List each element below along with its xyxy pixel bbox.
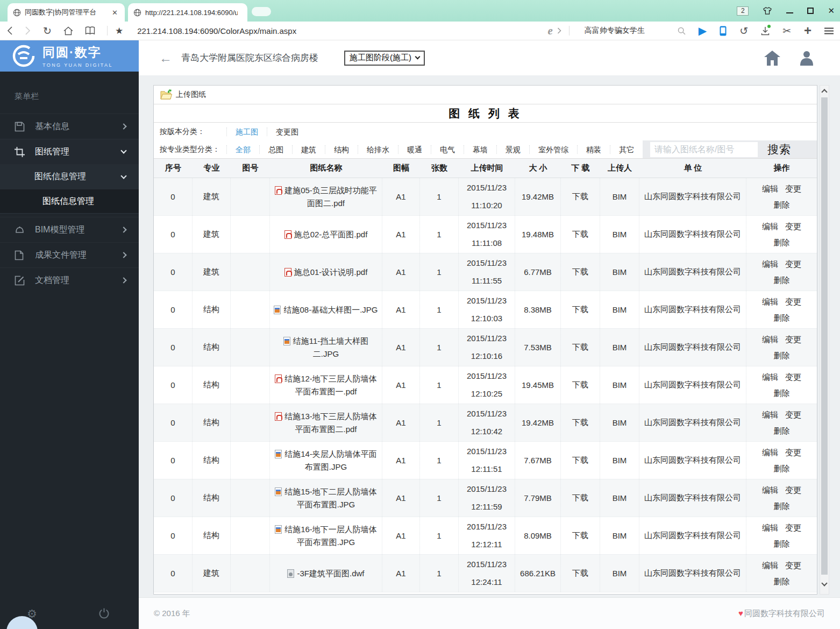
version-tab-construction[interactable]: 施工图	[226, 128, 267, 136]
type-tab-curtainwall[interactable]: 幕墙	[464, 145, 496, 154]
type-tab-all[interactable]: 全部	[226, 145, 259, 154]
undo-icon[interactable]: ↺	[739, 26, 748, 36]
cell-drawing-name[interactable]: 结施08-基础大样图一.JPG	[270, 291, 382, 328]
download-link[interactable]: 下载	[563, 229, 598, 239]
change-link[interactable]: 变更	[785, 256, 801, 272]
download-link[interactable]: 下载	[563, 568, 598, 578]
sidebar-item-drawing-mgmt[interactable]: 图纸管理	[0, 139, 139, 164]
cell-drawing-name[interactable]: 结施16-地下一层人防墙体平面布置图.JPG	[270, 517, 382, 554]
edit-link[interactable]: 编辑	[762, 369, 778, 385]
cell-drawing-name[interactable]: -3F建筑平面图.dwf	[270, 555, 382, 592]
delete-link[interactable]: 删除	[774, 310, 790, 326]
upload-icon[interactable]	[160, 89, 173, 100]
edit-link[interactable]: 编辑	[762, 407, 778, 423]
edit-link[interactable]: 编辑	[762, 444, 778, 461]
quick-search-text[interactable]: 高富帅专骗女学生	[585, 26, 678, 36]
edit-link[interactable]: 编辑	[762, 557, 778, 574]
download-link[interactable]: 下载	[563, 455, 598, 465]
edit-link[interactable]: 编辑	[762, 520, 778, 536]
type-tab-electrical[interactable]: 电气	[431, 145, 464, 154]
scissors-icon[interactable]: ✂	[782, 26, 791, 36]
type-tab-architecture[interactable]: 建筑	[292, 145, 325, 154]
type-tab-general[interactable]: 总图	[259, 145, 292, 154]
type-tab-finishing[interactable]: 精装	[577, 145, 610, 154]
back-arrow-icon[interactable]: ←	[159, 51, 172, 66]
chevron-right-icon[interactable]	[557, 27, 561, 34]
delete-link[interactable]: 删除	[774, 272, 790, 288]
delete-link[interactable]: 删除	[774, 385, 790, 401]
type-tab-structure[interactable]: 结构	[325, 145, 358, 154]
change-link[interactable]: 变更	[785, 557, 801, 574]
download-link[interactable]: 下载	[563, 418, 598, 428]
skin-icon[interactable]	[763, 6, 772, 15]
forward-icon[interactable]	[25, 26, 31, 36]
reading-list-icon[interactable]	[85, 26, 95, 35]
edit-link[interactable]: 编辑	[762, 218, 778, 235]
change-link[interactable]: 变更	[785, 407, 801, 423]
sidebar-item-result-files[interactable]: 成果文件管理	[0, 242, 139, 267]
delete-link[interactable]: 删除	[774, 536, 790, 552]
sidebar-item-document-mgmt[interactable]: 文档管理	[0, 267, 139, 293]
type-tab-plumbing[interactable]: 给排水	[358, 145, 398, 154]
scrollbar-thumb[interactable]	[821, 97, 828, 575]
change-link[interactable]: 变更	[785, 444, 801, 461]
cell-drawing-name[interactable]: 施总02-总平面图.pdf	[270, 216, 382, 253]
browser-tab-2[interactable]: http://221.214.108.194:6090/up	[128, 3, 247, 22]
quick-search-box[interactable]: 高富帅专骗女学生	[585, 26, 686, 36]
change-link[interactable]: 变更	[785, 181, 801, 197]
refresh-icon[interactable]: ↻	[43, 26, 52, 36]
home-icon[interactable]	[63, 26, 73, 36]
download-link[interactable]: 下载	[563, 493, 598, 503]
add-icon[interactable]: +	[804, 24, 811, 37]
download-link[interactable]: 下载	[563, 192, 598, 202]
tab-close-icon[interactable]: ✕	[110, 9, 119, 17]
delete-link[interactable]: 删除	[774, 235, 790, 251]
delete-link[interactable]: 删除	[774, 574, 790, 590]
new-tab-button[interactable]	[252, 7, 271, 16]
download-link[interactable]: 下载	[563, 380, 598, 390]
change-link[interactable]: 变更	[785, 294, 801, 310]
type-tab-hvac[interactable]: 暖通	[398, 145, 431, 154]
browser-tab-1[interactable]: 同圆数字|协同管理平台 ✕	[8, 3, 125, 22]
ie-icon[interactable]: e	[547, 24, 552, 38]
edit-link[interactable]: 编辑	[762, 482, 778, 498]
back-icon[interactable]	[6, 26, 13, 36]
minimize-button[interactable]	[786, 6, 793, 16]
favorite-star-icon[interactable]: ★	[115, 26, 123, 36]
cell-drawing-name[interactable]: 建施05-负三层战时功能平面图二.pdf	[270, 178, 382, 215]
edit-link[interactable]: 编辑	[762, 294, 778, 310]
change-link[interactable]: 变更	[785, 369, 801, 385]
change-link[interactable]: 变更	[785, 218, 801, 235]
version-tab-change[interactable]: 变更图	[267, 128, 307, 136]
sidebar-item-bim-model[interactable]: BIM模型管理	[0, 217, 139, 242]
delete-link[interactable]: 删除	[774, 461, 790, 477]
cell-drawing-name[interactable]: 结施11-挡土墙大样图二.JPG	[270, 329, 382, 366]
play-extension-icon[interactable]: ▶	[699, 25, 707, 36]
edit-link[interactable]: 编辑	[762, 181, 778, 197]
delete-link[interactable]: 删除	[774, 197, 790, 213]
cell-drawing-name[interactable]: 结施13-地下三层人防墙体平面布置图二.pdf	[270, 404, 382, 441]
change-link[interactable]: 变更	[785, 482, 801, 498]
search-input[interactable]	[650, 142, 758, 157]
mobile-sync-icon[interactable]	[720, 26, 727, 36]
change-link[interactable]: 变更	[785, 331, 801, 348]
user-icon[interactable]	[799, 50, 815, 66]
search-button[interactable]: 搜索	[767, 142, 791, 157]
cell-drawing-name[interactable]: 结施14-夹层人防墙体平面布置图.JPG	[270, 442, 382, 479]
type-tab-other[interactable]: 其它	[610, 145, 643, 154]
download-icon[interactable]	[761, 26, 770, 36]
sidebar-subitem-drawing-info-mgmt-active[interactable]: 图纸信息管理	[0, 189, 139, 214]
close-button[interactable]: ✕	[828, 6, 835, 16]
delete-link[interactable]: 删除	[774, 348, 790, 364]
upload-label[interactable]: 上传图纸	[176, 90, 206, 100]
tab-count-badge[interactable]: 2	[737, 6, 749, 16]
home-icon[interactable]	[764, 50, 781, 66]
download-link[interactable]: 下载	[563, 342, 598, 352]
sidebar-subitem-drawing-info-mgmt[interactable]: 图纸信息管理	[0, 164, 139, 189]
edit-link[interactable]: 编辑	[762, 331, 778, 348]
cell-drawing-name[interactable]: 结施12-地下三层人防墙体平面布置图一.pdf	[270, 366, 382, 404]
maximize-button[interactable]	[807, 6, 814, 16]
power-icon[interactable]	[98, 607, 110, 620]
menu-icon[interactable]	[824, 27, 834, 34]
edit-link[interactable]: 编辑	[762, 256, 778, 272]
